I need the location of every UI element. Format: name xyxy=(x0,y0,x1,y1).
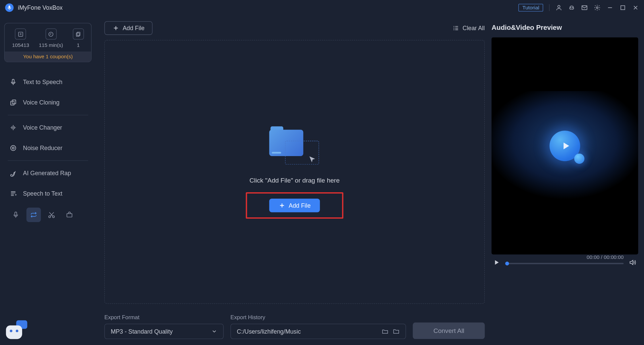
tool-case[interactable] xyxy=(62,208,76,222)
play-button[interactable] xyxy=(493,259,500,267)
rap-icon xyxy=(9,169,17,177)
svg-point-4 xyxy=(596,7,598,8)
svg-rect-10 xyxy=(12,79,14,83)
clone-icon xyxy=(9,99,17,107)
nav-speech-to-text[interactable]: Speech to Text xyxy=(4,184,92,203)
svg-rect-8 xyxy=(76,33,79,36)
titlebar: iMyFone VoxBox Tutorial xyxy=(0,0,644,15)
tool-convert[interactable] xyxy=(26,208,41,222)
svg-rect-15 xyxy=(15,212,17,215)
svg-rect-9 xyxy=(77,32,80,35)
preview-box xyxy=(492,38,638,255)
coupon-bar[interactable]: You have 1 coupon(s) xyxy=(5,52,91,62)
export-history-label: Export History xyxy=(230,314,406,320)
tutorial-button[interactable]: Tutorial xyxy=(519,4,543,11)
count-icon xyxy=(73,28,84,40)
chevron-down-icon xyxy=(211,328,217,334)
svg-rect-5 xyxy=(621,6,625,10)
chatbot-button[interactable] xyxy=(6,320,29,339)
nav-text-to-speech[interactable]: Text to Speech xyxy=(4,72,92,92)
discord-icon[interactable] xyxy=(568,4,575,11)
svg-point-13 xyxy=(11,145,16,150)
svg-point-16 xyxy=(49,216,51,218)
minimize-icon[interactable] xyxy=(606,4,613,11)
tool-row xyxy=(4,204,92,226)
export-format-select[interactable]: MP3 - Standard Quality xyxy=(104,324,224,339)
export-history-path[interactable]: C:/Users/lizhifeng/Music xyxy=(230,324,406,339)
add-file-primary-button[interactable]: Add File xyxy=(269,198,320,212)
folder-illustration xyxy=(267,125,322,168)
folder-open-icon[interactable] xyxy=(382,328,388,335)
close-icon[interactable] xyxy=(632,4,639,11)
convert-all-button[interactable]: Convert All xyxy=(413,323,485,339)
nav-voice-changer[interactable]: Voice Changer xyxy=(4,118,92,137)
nav-voice-cloning[interactable]: Voice Cloning xyxy=(4,93,92,112)
stat-minutes[interactable]: 115 min(s) xyxy=(39,28,63,48)
stt-icon xyxy=(9,190,17,197)
time-display: 00:00 / 00:00:00 xyxy=(587,254,624,260)
clear-all-button[interactable]: Clear All xyxy=(452,25,485,31)
cursor-icon xyxy=(308,155,316,165)
svg-point-14 xyxy=(12,147,14,149)
settings-icon[interactable] xyxy=(594,4,600,11)
maximize-icon[interactable] xyxy=(620,4,626,11)
export-format-label: Export Format xyxy=(104,314,224,320)
voice-changer-icon xyxy=(9,124,17,132)
svg-rect-18 xyxy=(67,214,72,217)
svg-point-1 xyxy=(571,7,571,8)
nav-noise-reducer[interactable]: Noise Reducer xyxy=(4,138,92,158)
sidebar: 105413 115 min(s) 1 You have 1 coupon(s)… xyxy=(0,15,96,345)
minutes-icon xyxy=(45,28,56,40)
chars-icon xyxy=(15,28,26,40)
tool-record[interactable] xyxy=(8,208,23,222)
list-icon xyxy=(452,25,459,31)
user-icon[interactable] xyxy=(555,4,562,11)
svg-point-2 xyxy=(572,7,573,8)
preview-title: Audio&Video Preview xyxy=(492,24,638,31)
app-title: iMyFone VoxBox xyxy=(18,4,62,11)
plus-icon xyxy=(112,25,119,31)
mic-icon xyxy=(9,78,17,86)
tool-cut[interactable] xyxy=(44,208,59,222)
stat-count[interactable]: 1 xyxy=(73,28,84,48)
dropzone-hint: Click "Add File" or drag file here xyxy=(250,176,340,184)
stat-chars[interactable]: 105413 xyxy=(12,28,29,48)
dropzone[interactable]: Click "Add File" or drag file here Add F… xyxy=(104,40,485,303)
nav-ai-rap[interactable]: AI Generated Rap xyxy=(4,163,92,183)
svg-point-0 xyxy=(558,5,560,8)
plus-icon xyxy=(278,202,285,209)
app-logo-icon xyxy=(5,3,13,12)
noise-reducer-icon xyxy=(9,144,17,152)
folder-icon[interactable] xyxy=(393,328,400,335)
add-file-outline-button[interactable]: Add File xyxy=(104,21,153,35)
volume-icon[interactable] xyxy=(629,259,637,268)
stats-box: 105413 115 min(s) 1 You have 1 coupon(s) xyxy=(4,23,92,62)
player-bar: 00:00 / 00:00:00 xyxy=(492,254,638,268)
progress-bar[interactable]: 00:00 / 00:00:00 xyxy=(505,263,624,264)
play-icon xyxy=(560,141,571,151)
preview-play-orb[interactable] xyxy=(549,131,580,161)
svg-point-17 xyxy=(53,216,55,218)
highlight-annotation: Add File xyxy=(246,192,343,218)
mail-icon[interactable] xyxy=(581,4,588,11)
svg-rect-6 xyxy=(18,32,23,36)
